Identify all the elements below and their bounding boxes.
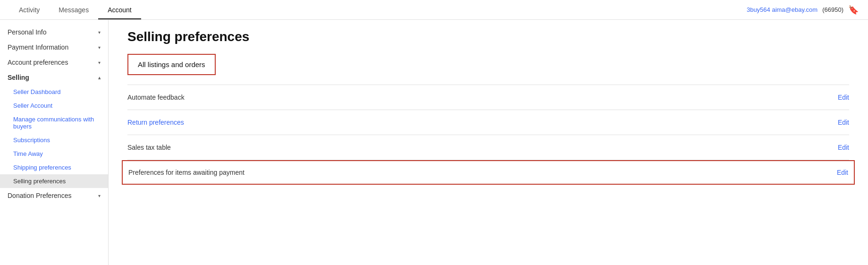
sidebar-item-selling[interactable]: Selling ▴ [0,70,108,85]
top-navigation: Activity Messages Account 3buy564 aima@e… [0,0,868,20]
tab-activity[interactable]: Activity [9,0,49,19]
chevron-down-icon: ▾ [98,60,101,65]
main-content: Selling preferences All listings and ord… [109,20,868,265]
tab-messages[interactable]: Messages [49,0,98,19]
pref-label-sales-tax-table: Sales tax table [127,144,171,151]
sidebar-item-personal-info[interactable]: Personal Info ▾ [0,25,108,40]
sidebar-sub-time-away[interactable]: Time Away [0,147,108,161]
sidebar-label-account-preferences: Account preferences [8,59,68,66]
pref-label-return-preferences[interactable]: Return preferences [127,119,184,126]
sidebar-sub-subscriptions[interactable]: Subscriptions [0,133,108,147]
pref-row-awaiting-payment: Preferences for items awaiting payment E… [122,160,855,185]
sidebar-sub-seller-account[interactable]: Seller Account [0,99,108,112]
pref-label-awaiting-payment: Preferences for items awaiting payment [128,169,244,176]
sidebar-label-payment-information: Payment Information [8,43,68,51]
edit-awaiting-payment[interactable]: Edit [837,169,848,176]
edit-return-preferences[interactable]: Edit [838,119,849,126]
sidebar-item-account-preferences[interactable]: Account preferences ▾ [0,55,108,70]
top-nav-right: 3buy564 aima@ebay.com (66950) 🔖 [747,5,868,15]
chevron-down-icon: ▾ [98,30,101,35]
pref-row-sales-tax-table: Sales tax table Edit [127,135,849,160]
sidebar-sub-manage-comms[interactable]: Manage communications with buyers [0,112,108,133]
pref-label-automate-feedback: Automate feedback [127,94,185,101]
sidebar-label-donation-preferences: Donation Preferences [8,192,71,199]
sidebar: Personal Info ▾ Payment Information ▾ Ac… [0,20,109,265]
edit-automate-feedback[interactable]: Edit [838,94,849,101]
user-email-link[interactable]: 3buy564 aima@ebay.com [747,6,817,13]
sidebar-sub-selling-preferences[interactable]: Selling preferences [0,174,108,188]
sidebar-item-payment-information[interactable]: Payment Information ▾ [0,40,108,55]
edit-sales-tax-table[interactable]: Edit [838,144,849,151]
page-title: Selling preferences [127,29,849,44]
pref-row-return-preferences: Return preferences Edit [127,110,849,135]
user-score: (66950) [822,6,843,13]
sidebar-item-donation-preferences[interactable]: Donation Preferences ▾ [0,188,108,203]
pref-row-automate-feedback: Automate feedback Edit [127,85,849,110]
all-listings-label: All listings and orders [138,60,205,68]
sidebar-label-selling: Selling [8,74,29,81]
chevron-down-icon: ▾ [98,45,101,50]
sidebar-label-personal-info: Personal Info [8,28,47,36]
chevron-down-icon: ▾ [98,193,101,198]
sidebar-sub-shipping-preferences[interactable]: Shipping preferences [0,161,108,174]
chevron-up-icon: ▴ [98,75,101,80]
bookmark-icon[interactable]: 🔖 [848,5,859,15]
main-layout: Personal Info ▾ Payment Information ▾ Ac… [0,20,868,265]
all-listings-orders-box[interactable]: All listings and orders [127,54,216,75]
tab-account[interactable]: Account [98,0,141,19]
sidebar-sub-seller-dashboard[interactable]: Seller Dashboard [0,85,108,99]
